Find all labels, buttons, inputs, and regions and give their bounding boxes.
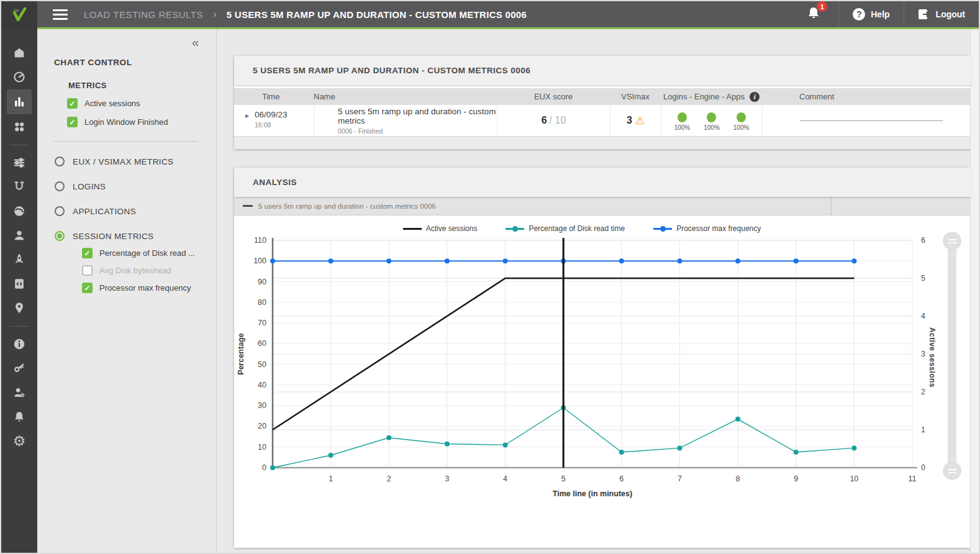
legend-item[interactable]: Processor max frequency: [653, 224, 761, 233]
metric-group-radio[interactable]: EUX / VSIMAX METRICS: [55, 157, 216, 166]
svg-text:6: 6: [921, 236, 925, 245]
status-dot-apps: [737, 112, 746, 122]
legend-label: Processor max frequency: [676, 224, 761, 233]
slider-handle-top[interactable]: [943, 232, 961, 250]
logins-status: 100%: [674, 110, 691, 131]
panel-divider: [54, 141, 198, 142]
session-metric-checkbox[interactable]: ✓Processor max frequency: [82, 283, 216, 293]
svg-text:11: 11: [909, 475, 917, 483]
analysis-panel-title: ANALYSIS: [234, 168, 971, 197]
svg-text:2: 2: [387, 475, 391, 483]
results-table-header: Time Name EUX score VSImax Logins - Engi…: [234, 88, 971, 105]
row-date: 06/09/23: [255, 110, 288, 119]
legend-item[interactable]: Percentage of Disk read time: [506, 224, 625, 233]
column-header-eux-score[interactable]: EUX score: [497, 92, 610, 101]
comment-input[interactable]: [800, 120, 943, 121]
location-pin-icon[interactable]: [7, 296, 32, 320]
checkbox-icon[interactable]: ✓: [67, 98, 78, 109]
column-header-time[interactable]: Time: [234, 92, 314, 101]
legend-swatch-icon: [403, 228, 422, 230]
rail-divider: [10, 326, 29, 327]
column-header-comment[interactable]: Comment: [762, 92, 971, 101]
session-metric-checkbox[interactable]: Avg Disk bytes/read: [82, 265, 216, 276]
app-logo[interactable]: [1, 1, 37, 30]
rocket-icon[interactable]: [7, 248, 32, 271]
eux-score-max: / 10: [550, 115, 566, 126]
checkbox-icon[interactable]: ✓: [82, 283, 93, 293]
user-icon[interactable]: [7, 224, 32, 247]
row-test-status: 0006 - Finished: [338, 127, 497, 135]
legend-dot-icon: [512, 226, 518, 232]
info-icon[interactable]: [7, 332, 32, 356]
radio-icon[interactable]: [55, 231, 65, 241]
key-icon[interactable]: [7, 356, 32, 380]
tune-sliders-icon[interactable]: [7, 151, 32, 175]
svg-text:30: 30: [258, 401, 266, 410]
checkbox-icon[interactable]: [82, 265, 93, 276]
dashboard-gauge-icon[interactable]: [7, 65, 32, 89]
svg-text:8: 8: [736, 475, 740, 483]
eux-score-value: 6: [542, 115, 547, 126]
svg-text:0: 0: [262, 463, 266, 472]
home-icon[interactable]: [7, 41, 32, 65]
series-tab[interactable]: 5 users 5m ramp up and duration - custom…: [234, 197, 832, 215]
checkbox-label: Active sessions: [84, 99, 140, 108]
collapse-panel-icon[interactable]: «: [192, 35, 199, 50]
legend-item[interactable]: Active sessions: [403, 224, 478, 233]
notifications-bell-icon[interactable]: 1: [806, 6, 821, 23]
globe-icon[interactable]: [7, 199, 32, 223]
code-file-icon[interactable]: [7, 272, 32, 296]
legend-label: Percentage of Disk read time: [529, 224, 625, 233]
radio-icon[interactable]: [55, 181, 65, 191]
radio-icon[interactable]: [55, 206, 65, 216]
session-metrics-list: ✓Percentage of Disk read ...Avg Disk byt…: [37, 248, 216, 293]
warning-icon: ⚠: [635, 116, 645, 126]
results-panel: 5 USERS 5M RAMP UP AND DURATION - CUSTOM…: [234, 56, 971, 149]
right-axis-range-slider: [943, 232, 961, 480]
page-scrollbar[interactable]: [970, 29, 979, 553]
help-button[interactable]: ? Help: [839, 1, 903, 27]
session-metric-checkbox[interactable]: ✓Percentage of Disk read ...: [82, 248, 216, 258]
left-icon-rail: ⚙: [1, 30, 37, 553]
legend-label: Active sessions: [426, 224, 478, 233]
expand-row-icon[interactable]: ▸: [245, 111, 249, 136]
engine-status: 100%: [704, 110, 720, 131]
checkbox-icon[interactable]: ✓: [82, 248, 93, 258]
info-icon[interactable]: i: [750, 92, 760, 102]
bar-chart-icon[interactable]: [7, 89, 32, 114]
apps-percent: 100%: [733, 124, 750, 131]
column-header-logins-engine-apps[interactable]: Logins - Engine - Apps i: [661, 92, 762, 102]
metric-group-radio[interactable]: APPLICATIONS: [55, 206, 216, 216]
settings-gear-icon[interactable]: ⚙: [7, 429, 32, 453]
column-header-name[interactable]: Name: [314, 92, 497, 101]
help-label: Help: [871, 9, 889, 19]
user-settings-icon[interactable]: [7, 381, 32, 404]
slider-handle-bottom[interactable]: [943, 461, 961, 480]
checkbox-icon[interactable]: ✓: [67, 117, 78, 127]
svg-text:50: 50: [258, 360, 266, 369]
svg-text:6: 6: [619, 475, 624, 483]
series-tab-bar: 5 users 5m ramp up and duration - custom…: [234, 197, 971, 216]
apps-status: 100%: [733, 110, 750, 131]
flow-pipe-icon[interactable]: [7, 175, 32, 199]
metric-group-radio[interactable]: LOGINS: [55, 181, 216, 191]
svg-text:4: 4: [503, 475, 507, 483]
metric-checkbox[interactable]: ✓Active sessions: [67, 98, 216, 109]
logout-button[interactable]: Logout: [904, 1, 979, 27]
menu-icon[interactable]: [53, 9, 68, 20]
checkbox-label: Avg Disk bytes/read: [99, 266, 171, 275]
slider-track[interactable]: [948, 238, 956, 474]
svg-text:1: 1: [921, 425, 925, 434]
notifications-icon[interactable]: [7, 405, 32, 429]
metric-group-radio[interactable]: SESSION METRICS: [55, 231, 216, 241]
line-chart[interactable]: 0102030405060708090100110012345612345678…: [234, 233, 930, 511]
column-header-vsimax[interactable]: VSImax: [610, 92, 661, 101]
breadcrumb[interactable]: LOAD TESTING RESULTS: [84, 9, 203, 20]
svg-text:3: 3: [921, 350, 925, 358]
metric-checkbox[interactable]: ✓Login Window Finished: [67, 117, 216, 127]
table-row[interactable]: ▸ 06/09/23 16:08 5 users 5m ramp up and …: [234, 105, 971, 136]
metrics-title: METRICS: [68, 81, 216, 90]
radio-icon[interactable]: [55, 157, 65, 166]
svg-text:4: 4: [921, 312, 925, 320]
apps-icon[interactable]: [7, 115, 32, 138]
